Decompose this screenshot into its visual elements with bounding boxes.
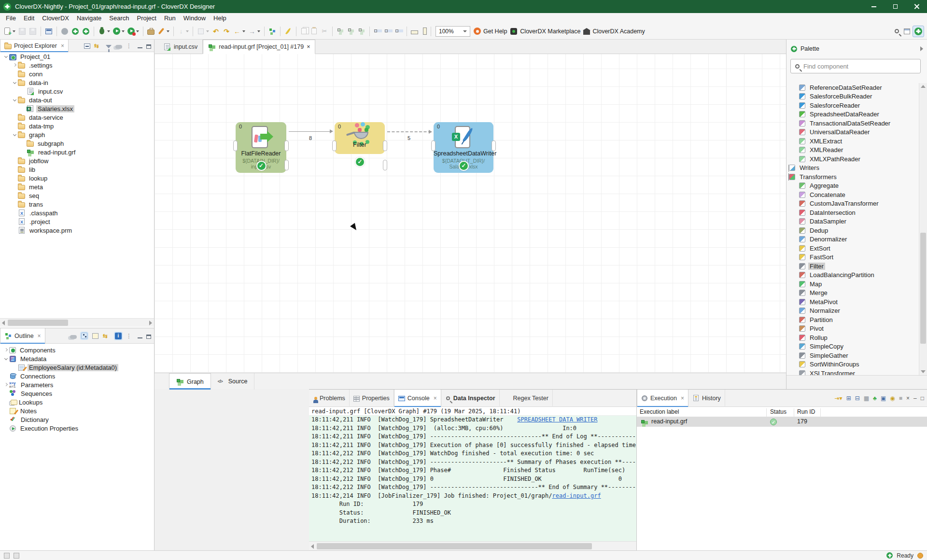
tab-properties[interactable]: Properties — [350, 390, 394, 407]
palette-item-simplecopy[interactable]: SimpleCopy — [787, 342, 919, 351]
palette-item-customjavatransformer[interactable]: CustomJavaTransformer — [787, 199, 919, 209]
close-outline-icon[interactable]: × — [38, 333, 41, 339]
explorer-item-graph[interactable]: graph — [0, 130, 154, 139]
clover-g-button[interactable] — [81, 26, 91, 37]
output-port-stub-2[interactable] — [284, 160, 289, 170]
link-with-editor-icon[interactable]: ⇆ — [103, 332, 111, 340]
scroll-thumb[interactable] — [920, 233, 926, 344]
project-explorer-hscrollbar[interactable] — [0, 318, 154, 327]
minimize-view-icon[interactable]: ‒ — [913, 395, 917, 402]
output-port-stub[interactable] — [492, 140, 496, 151]
tab-regex-tester[interactable]: Regex Tester — [500, 390, 553, 407]
explorer-item-data-tmp[interactable]: data-tmp — [0, 122, 154, 130]
outline-item-metadata[interactable]: Metadata — [0, 354, 154, 363]
get-help-button[interactable]: Get Help — [472, 26, 508, 37]
align-button[interactable] — [356, 26, 367, 37]
collapse-palette-icon[interactable] — [920, 46, 923, 51]
scroll-thumb[interactable] — [8, 320, 68, 326]
palette-item-concatenate[interactable]: Concatenate — [787, 190, 919, 199]
palette-item-salesforcebulkreader[interactable]: SalesforceBulkReader — [787, 92, 919, 101]
palette-item-transformers[interactable]: Transformers — [787, 172, 919, 182]
palette-item-merge[interactable]: Merge — [787, 289, 919, 298]
filter-icon[interactable] — [106, 45, 112, 48]
chevron-down-icon[interactable] — [4, 54, 8, 57]
graph-edge-0[interactable] — [289, 131, 332, 132]
ruler-h-button[interactable] — [409, 26, 420, 37]
palette-item-salesforcereader[interactable]: SalesforceReader — [787, 101, 919, 110]
output-port-stub-2[interactable] — [383, 160, 387, 170]
outline-item-connections[interactable]: Connections — [0, 372, 154, 380]
run-profile-button[interactable] — [126, 26, 140, 37]
tab-history[interactable]: History — [688, 390, 725, 407]
palette-vscrollbar[interactable] — [919, 83, 927, 375]
winnav-button[interactable] — [196, 26, 211, 37]
explorer-item-data-out[interactable]: data-out — [0, 96, 154, 104]
console-log-link[interactable]: SPREADSHEET DATA WRITER — [517, 416, 597, 423]
palette-item-dedup[interactable]: Dedup — [787, 226, 919, 235]
explorer-item-meta[interactable]: meta — [0, 182, 154, 191]
graph-node-spreadsheetdatawriter[interactable]: 0XSpreadsheetDataWriter${DATAOUT_DIR}/ S… — [434, 122, 493, 173]
explorer-item-conn[interactable]: conn — [0, 70, 154, 78]
graph-icon[interactable]: ♣ — [873, 395, 877, 402]
tree-view-icon[interactable] — [81, 333, 87, 339]
close-tab-icon[interactable]: × — [434, 395, 437, 402]
table-view-icon[interactable] — [92, 333, 98, 339]
collapse-all-icon[interactable]: ⊟ — [855, 395, 860, 402]
explorer-item-subgraph[interactable]: subgraph — [0, 139, 154, 148]
palette-item-extsort[interactable]: ExtSort — [787, 244, 919, 253]
close-tab-icon[interactable]: × — [681, 395, 684, 402]
remove-icon[interactable]: × — [906, 395, 910, 402]
ruler-v-button[interactable] — [420, 26, 428, 37]
outline-item-lookups[interactable]: Lookups — [0, 398, 154, 406]
persp-clover-button[interactable] — [913, 26, 924, 37]
editor-tab-read-input-grf-project-01-179[interactable]: read-input.grf [Project_01] #179× — [203, 40, 315, 54]
close-tab-icon[interactable]: × — [307, 43, 310, 50]
chevron-down-icon[interactable] — [13, 80, 16, 84]
stop-icon[interactable]: ■ — [899, 395, 902, 402]
minimize-button[interactable] — [863, 0, 885, 13]
execution-row-read-input-grf[interactable]: read-input.grf✓179 — [637, 417, 927, 427]
maximize-view-icon[interactable] — [146, 44, 151, 49]
outline-item-notes[interactable]: Notes — [0, 406, 154, 415]
feather-button[interactable] — [283, 26, 294, 37]
outline-item-execution-properties[interactable]: Execution Properties — [0, 424, 154, 433]
cloverdx-marketplace-button[interactable]: CloverDX Marketplace — [508, 26, 582, 37]
clover-g-button[interactable] — [70, 26, 81, 37]
palette-item-loadbalancingpartition[interactable]: LoadBalancingPartition — [787, 271, 919, 280]
menu-help[interactable]: Help — [210, 13, 230, 23]
chevron-right-icon[interactable] — [13, 63, 16, 66]
focus-icon[interactable] — [70, 335, 77, 339]
trim-icon[interactable] — [14, 553, 19, 559]
menu-search[interactable]: Search — [105, 13, 133, 23]
chevron-down-icon[interactable] — [13, 98, 16, 101]
copy-button[interactable] — [299, 26, 309, 37]
close-button[interactable] — [906, 0, 927, 13]
outline-item-parameters[interactable]: Parameters — [0, 380, 154, 389]
link-with-editor-icon[interactable]: ⇆ — [94, 42, 102, 50]
graph-node-filter[interactable]: 0Filter✓ — [335, 122, 385, 154]
palette-item-transactionaldatasetreader[interactable]: TransactionalDataSetReader — [787, 119, 919, 128]
tab-execution[interactable]: Execution× — [637, 390, 688, 407]
palette-item-pivot[interactable]: Pivot — [787, 324, 919, 334]
view-menu-icon[interactable]: ⋮ — [126, 42, 134, 50]
input-port-stub[interactable] — [233, 140, 238, 151]
palette-item-simplegather[interactable]: SimpleGather — [787, 351, 919, 360]
tab-console[interactable]: Console× — [394, 390, 441, 407]
graph-edit-button[interactable] — [267, 26, 278, 37]
scroll-right-icon[interactable] — [149, 321, 152, 325]
console-view-icon[interactable]: ▣ — [881, 395, 886, 402]
maximize-view-icon[interactable] — [146, 335, 151, 339]
palette-item-xmlextract[interactable]: XMLExtract — [787, 137, 919, 146]
run-options-icon[interactable]: ⇥▾ — [835, 395, 843, 402]
menu-window[interactable]: Window — [180, 13, 210, 23]
palette-item-normalizer[interactable]: Normalizer — [787, 307, 919, 316]
outline-item-sequences[interactable]: Sequences — [0, 389, 154, 398]
explorer-item-settings[interactable]: .settings — [0, 61, 154, 70]
chevron-right-icon[interactable] — [4, 348, 8, 351]
palette-item-writers[interactable]: Writers — [787, 164, 919, 173]
palette-item-datasampler[interactable]: DataSampler — [787, 217, 919, 226]
input-port-stub[interactable] — [431, 140, 435, 151]
column-status[interactable]: Status — [770, 408, 787, 415]
chevron-down-icon[interactable] — [13, 132, 16, 136]
chevron-down-icon[interactable] — [4, 356, 8, 360]
